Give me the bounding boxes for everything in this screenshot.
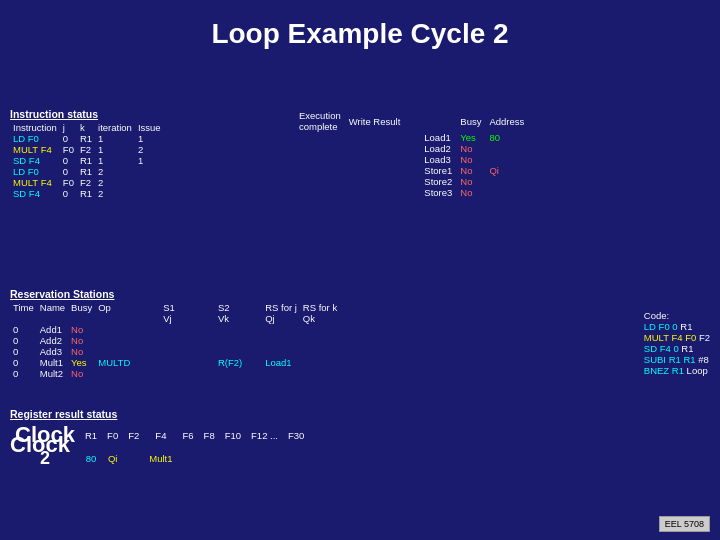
rs-col-s1: S1 [133, 302, 178, 313]
table-row: 0Add3No [10, 346, 340, 357]
col-issue: Issue [135, 122, 164, 133]
code-lines: LD F0 0 R1MULT F4 F0 F2SD F4 0 R1SUBI R1… [644, 321, 710, 376]
table-row: 0Add2No [10, 335, 340, 346]
table-row: 0Mult1YesMULTDR(F2)Load1 [10, 357, 340, 368]
code-line: MULT F4 F0 F2 [644, 332, 710, 343]
table-row: MULT F4F0F22 [10, 177, 164, 188]
eel-badge: EEL 5708 [659, 516, 710, 532]
table-row: Load1Yes80 [295, 132, 528, 143]
rs-col-rsk: RS for k [300, 302, 340, 313]
instruction-status-section: Instruction status Instruction j k itera… [10, 108, 164, 199]
rs-col-time: Time [10, 302, 37, 313]
col-instruction: Instruction [10, 122, 60, 133]
rs-col-rsj: RS for j [245, 302, 300, 313]
functional-units-table: Executioncomplete Write Result Busy Addr… [295, 110, 528, 198]
col-exec-complete: Executioncomplete [295, 110, 345, 132]
rs-col-op: Op [95, 302, 133, 313]
col-j: j [60, 122, 77, 133]
reservation-stations-section: Reservation Stations Time Name Busy Op S… [10, 288, 340, 379]
code-line: SD F4 0 R1 [644, 343, 710, 354]
col-fu-name [404, 110, 456, 132]
rs-col-name: Name [37, 302, 68, 313]
instruction-status-label: Instruction status [10, 108, 164, 120]
col-write-result: Write Result [345, 110, 405, 132]
table-row: Store1NoQi [295, 165, 528, 176]
rs-col-s2: S2 [178, 302, 245, 313]
table-row: Store3No [295, 187, 528, 198]
table-row: 0Add1No [10, 324, 340, 335]
table-row: 0Mult2No [10, 368, 340, 379]
code-line: LD F0 0 R1 [644, 321, 710, 332]
code-line: BNEZ R1 Loop [644, 365, 710, 376]
code-line: SUBI R1 R1 #8 [644, 354, 710, 365]
table-row: Load3No [295, 154, 528, 165]
reservation-stations-label: Reservation Stations [10, 288, 340, 300]
table-row: LD F00R111 [10, 133, 164, 144]
rs-col-busy: Busy [68, 302, 95, 313]
instruction-status-table: Instruction j k iteration Issue LD F00R1… [10, 122, 164, 199]
table-row: SD F40R111 [10, 155, 164, 166]
col-busy: Busy [456, 110, 485, 132]
col-address: Address [485, 110, 528, 132]
table-row: Store2No [295, 176, 528, 187]
page-title: Loop Example Cycle 2 [0, 0, 720, 58]
execution-section: Executioncomplete Write Result Busy Addr… [295, 110, 528, 198]
code-label: Code: [644, 310, 710, 321]
clock-label: Clock [10, 432, 70, 458]
col-iteration: iteration [95, 122, 135, 133]
table-row: Load2No [295, 143, 528, 154]
main-container: Loop Example Cycle 2 Instruction status … [0, 0, 720, 540]
table-row: MULT F4F0F212 [10, 144, 164, 155]
reservation-stations-table: Time Name Busy Op S1 S2 RS for j RS for … [10, 302, 340, 379]
table-row: SD F40R12 [10, 188, 164, 199]
table-row: LD F00R12 [10, 166, 164, 177]
code-section: Code: LD F0 0 R1MULT F4 F0 F2SD F4 0 R1S… [644, 310, 710, 376]
col-k: k [77, 122, 95, 133]
register-result-label: Register result status [10, 408, 309, 420]
